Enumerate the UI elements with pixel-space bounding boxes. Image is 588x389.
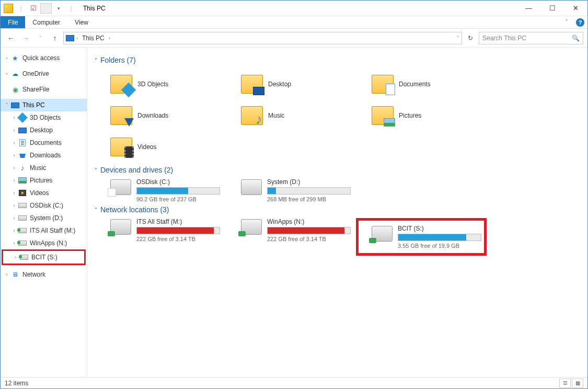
tree-onedrive[interactable]: › ☁ OneDrive (1, 67, 87, 80)
network-drive-icon (18, 226, 27, 235)
chevron-right-icon[interactable]: › (4, 71, 10, 76)
folder-icon (110, 106, 132, 125)
navigation-tree[interactable]: › ★ Quick access › ☁ OneDrive ◉ ShareFil… (1, 48, 87, 377)
qat-properties-icon[interactable]: ☑ (28, 3, 39, 14)
folder-desktop[interactable]: Desktop (225, 68, 356, 100)
folder-downloads[interactable]: Downloads (95, 100, 225, 131)
tree-videos[interactable]: › Videos (1, 187, 87, 199)
status-text: 12 items (5, 380, 28, 387)
network-drive-icon (18, 239, 27, 247)
tree-pictures[interactable]: › Pictures (1, 174, 87, 187)
maximize-button[interactable]: ☐ (540, 1, 564, 16)
app-icon[interactable] (3, 3, 14, 14)
tree-downloads[interactable]: › Downloads (1, 149, 87, 162)
section-devices-header[interactable]: ˅ Devices and drives (2) (95, 166, 580, 174)
folder-icon (110, 138, 132, 156)
tab-view[interactable]: View (67, 16, 96, 28)
folder-documents[interactable]: Documents (356, 68, 487, 100)
tree-bcit-highlight: › BCIT (S:) (2, 249, 86, 265)
tree-desktop[interactable]: › Desktop (1, 124, 87, 136)
tree-winapps[interactable]: › WinApps (N:) (1, 237, 87, 249)
tree-osdisk[interactable]: › OSDisk (C:) (1, 199, 87, 212)
chevron-right-icon[interactable]: › (76, 36, 78, 41)
view-details-button[interactable]: ☰ (559, 379, 571, 388)
recent-dropdown-icon[interactable]: ˅ (34, 32, 47, 44)
breadcrumb[interactable]: This PC (80, 35, 107, 42)
folder-pictures[interactable]: Pictures (356, 100, 487, 131)
folder-icon (110, 75, 132, 94)
drive-winapps[interactable]: WinApps (N:) 222 GB free of 3.14 TB (225, 218, 353, 256)
navigation-bar: ← → ˅ ↑ › This PC › ˅ ↻ Search This PC 🔍 (1, 29, 587, 48)
drive-systemd[interactable]: System (D:) 268 MB free of 299 MB (225, 178, 353, 202)
storage-bar (398, 234, 481, 241)
drive-icon (241, 179, 262, 195)
storage-bar (267, 227, 351, 234)
address-bar[interactable]: › This PC › ˅ (63, 32, 462, 44)
sharefile-icon: ◉ (11, 85, 19, 94)
tree-3dobjects[interactable]: › 3D Objects (1, 111, 87, 124)
tree-bcit[interactable]: › BCIT (S:) (3, 251, 84, 264)
drive-icon (18, 214, 27, 222)
drive-icon (110, 179, 131, 195)
qat-dropdown-icon[interactable]: ▾ (53, 3, 64, 14)
drive-icon (18, 201, 27, 210)
downloads-icon (18, 151, 27, 159)
help-icon[interactable]: ? (576, 18, 584, 27)
tree-sharefile[interactable]: ◉ ShareFile (1, 83, 87, 96)
drive-bcit-highlight[interactable]: BCIT (S:) 3.55 GB free of 19.9 GB (356, 218, 487, 256)
qat-separator: | (65, 3, 77, 14)
main-content[interactable]: ˅ Folders (7) 3D Objects Desktop Documen… (87, 48, 587, 377)
tree-music[interactable]: ›♪ Music (1, 162, 87, 174)
tree-itsall[interactable]: › ITS All Staff (M:) (1, 224, 87, 237)
window-title: This PC (83, 5, 106, 12)
chevron-down-icon[interactable]: ˅ (4, 102, 10, 108)
tree-this-pc[interactable]: ˅ This PC (1, 99, 87, 111)
close-button[interactable]: ✕ (564, 1, 587, 16)
search-placeholder: Search This PC (482, 35, 526, 42)
chevron-right-icon[interactable]: › (109, 36, 110, 41)
drive-osdisk[interactable]: OSDisk (C:) 90.2 GB free of 237 GB (95, 178, 222, 202)
drive-itsall[interactable]: ITS All Staff (M:) 222 GB free of 3.14 T… (95, 218, 222, 256)
pictures-icon (18, 176, 27, 185)
title-bar: | ☑ ▾ | This PC — ☐ ✕ (1, 1, 587, 16)
folder-icon (241, 75, 263, 94)
qat-separator: | (15, 3, 27, 14)
up-button[interactable]: ↑ (49, 32, 61, 44)
tree-quick-access[interactable]: › ★ Quick access (1, 52, 87, 64)
tree-documents[interactable]: › Documents (1, 136, 87, 149)
forward-button[interactable]: → (19, 32, 32, 44)
videos-icon (18, 189, 27, 197)
3d-icon (18, 113, 27, 122)
folder-icon (372, 75, 394, 94)
view-tiles-button[interactable]: ▦ (572, 379, 583, 388)
tree-systemd[interactable]: › System (D:) (1, 212, 87, 224)
tab-computer[interactable]: Computer (25, 16, 67, 28)
chevron-right-icon[interactable]: › (4, 55, 10, 61)
folder-3dobjects[interactable]: 3D Objects (95, 68, 225, 100)
qat-newfolder-icon[interactable] (40, 3, 52, 14)
address-dropdown-icon[interactable]: ˅ (457, 36, 459, 41)
section-folders-header[interactable]: ˅ Folders (7) (95, 56, 580, 64)
section-network-header[interactable]: ˅ Network locations (3) (95, 205, 580, 214)
chevron-down-icon[interactable]: ˅ (95, 207, 97, 213)
storage-bar (267, 187, 351, 194)
tree-network[interactable]: ›🖥 Network (1, 268, 87, 281)
storage-bar (136, 227, 220, 234)
storage-bar (136, 187, 220, 194)
ribbon-collapse-icon[interactable]: ˅ (560, 16, 573, 28)
chevron-down-icon[interactable]: ˅ (95, 167, 97, 173)
back-button[interactable]: ← (5, 32, 17, 44)
refresh-button[interactable]: ↻ (464, 32, 477, 44)
chevron-down-icon[interactable]: ˅ (95, 58, 97, 63)
desktop-icon (18, 126, 27, 134)
folder-music[interactable]: ♪ Music (225, 100, 356, 131)
search-input[interactable]: Search This PC 🔍 (479, 32, 583, 44)
folder-videos[interactable]: Videos (95, 131, 225, 163)
network-icon: 🖥 (11, 270, 19, 279)
network-drive-icon (241, 219, 262, 235)
minimize-button[interactable]: — (517, 1, 540, 16)
pc-icon (11, 101, 19, 109)
tab-file[interactable]: File (1, 16, 25, 28)
cloud-icon: ☁ (11, 70, 19, 78)
network-drive-icon (372, 226, 393, 242)
